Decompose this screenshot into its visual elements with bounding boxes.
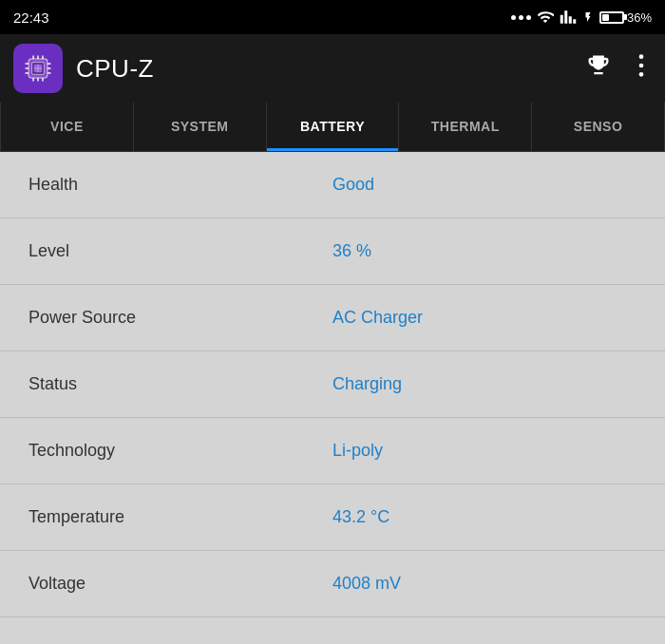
charging-bolt-icon (582, 9, 594, 26)
app-bar: CPU-Z (0, 34, 665, 103)
row-label-5: Temperature (28, 507, 332, 527)
battery-percent: 36% (627, 10, 652, 25)
status-bar: 22:43 36% (0, 0, 665, 34)
row-label-2: Power Source (28, 308, 332, 328)
battery-content: Health Good Level 36 % Power Source AC C… (0, 152, 665, 644)
battery-row: Voltage 4008 mV (0, 551, 665, 617)
battery-indicator: 36% (599, 10, 652, 25)
battery-table: Health Good Level 36 % Power Source AC C… (0, 152, 665, 644)
row-value-2: AC Charger (332, 308, 636, 328)
cpu-chip-icon (22, 52, 54, 85)
battery-shell (599, 11, 624, 24)
battery-row: Power Source AC Charger (0, 285, 665, 351)
row-value-3: Charging (332, 374, 636, 394)
row-value-7: 4000 mAh (332, 641, 636, 645)
tab-bar: VICE SYSTEM BATTERY THERMAL SENSO (0, 103, 665, 152)
svg-point-17 (639, 54, 644, 59)
app-title: CPU-Z (76, 54, 154, 84)
tab-device[interactable]: VICE (0, 103, 134, 151)
trophy-icon[interactable] (585, 52, 612, 85)
app-bar-left: CPU-Z (13, 44, 154, 93)
tab-system[interactable]: SYSTEM (134, 103, 267, 151)
status-time: 22:43 (13, 9, 49, 26)
battery-row: Temperature 43.2 °C (0, 484, 665, 551)
signal-icon (560, 9, 577, 26)
row-label-3: Status (28, 374, 332, 394)
signal-dots (511, 15, 531, 20)
row-value-6: 4008 mV (332, 574, 636, 594)
more-options-icon[interactable] (631, 52, 652, 85)
row-label-0: Health (28, 175, 332, 195)
tab-sensors[interactable]: SENSO (532, 103, 665, 151)
battery-row: Health Good (0, 152, 665, 218)
row-label-6: Voltage (28, 574, 332, 594)
battery-row: Technology Li-poly (0, 418, 665, 484)
battery-fill (602, 14, 609, 21)
app-icon (13, 44, 63, 93)
battery-row: Level 36 % (0, 218, 665, 285)
status-indicators: 36% (511, 9, 652, 26)
row-value-0: Good (332, 175, 636, 195)
tab-battery[interactable]: BATTERY (267, 103, 400, 151)
tab-thermal[interactable]: THERMAL (399, 103, 532, 151)
wifi-icon (537, 9, 554, 26)
row-label-4: Technology (28, 441, 332, 461)
row-value-5: 43.2 °C (332, 507, 636, 527)
battery-row: Capacity 4000 mAh (0, 617, 665, 644)
svg-point-18 (639, 64, 644, 68)
row-label-1: Level (28, 241, 332, 261)
app-bar-actions (585, 52, 652, 85)
row-value-4: Li-poly (332, 441, 636, 461)
svg-point-19 (639, 72, 644, 77)
row-label-7: Capacity (28, 641, 332, 645)
row-value-1: 36 % (332, 241, 636, 261)
battery-row: Status Charging (0, 351, 665, 418)
